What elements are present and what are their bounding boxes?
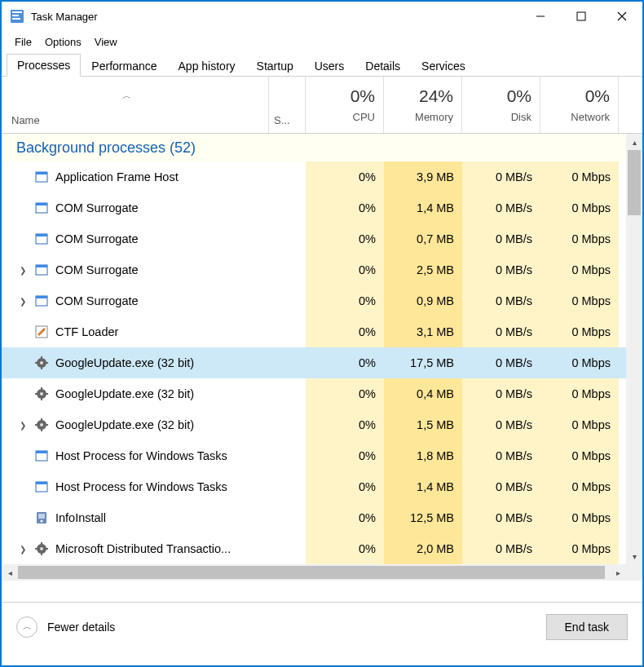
table-row[interactable]: Host Process for Windows Tasks0%1,4 MB0 …	[2, 471, 642, 502]
gear-icon	[34, 417, 49, 432]
pen-icon	[34, 325, 49, 339]
window-icon	[34, 479, 49, 494]
vertical-scrollbar[interactable]: ▴ ▾	[626, 134, 642, 564]
end-task-button[interactable]: End task	[546, 614, 628, 640]
table-row[interactable]: COM Surrogate0%0,7 MB0 MB/s0 Mbps	[2, 223, 642, 254]
cell-mem: 0,9 MB	[384, 285, 462, 316]
minimize-button[interactable]	[520, 2, 561, 31]
col-header-status[interactable]: S...	[269, 77, 306, 133]
cell-mem: 1,5 MB	[384, 409, 462, 440]
process-name-label: GoogleUpdate.exe (32 bit)	[55, 356, 194, 369]
scroll-left-arrow-icon[interactable]: ◂	[2, 564, 18, 581]
process-name-label: Application Frame Host	[55, 170, 179, 183]
cell-net: 0 Mbps	[540, 533, 619, 564]
expander-icon[interactable]: ❯	[18, 297, 28, 306]
close-button[interactable]	[602, 2, 642, 31]
table-row[interactable]: COM Surrogate0%1,4 MB0 MB/s0 Mbps	[2, 192, 642, 223]
menu-options[interactable]: Options	[38, 33, 88, 51]
table-row[interactable]: Application Frame Host0%3,9 MB0 MB/s0 Mb…	[2, 161, 642, 192]
window-title: Task Manager	[31, 11, 520, 23]
fewer-details-button[interactable]: ︿ Fewer details	[16, 616, 115, 638]
titlebar: Task Manager	[2, 2, 642, 31]
expander-icon[interactable]: ❯	[18, 266, 28, 275]
table-row[interactable]: ❯COM Surrogate0%0,9 MB0 MB/s0 Mbps	[2, 285, 642, 316]
table-row[interactable]: ❯Microsoft Distributed Transactio...0%2,…	[2, 533, 642, 564]
table-row[interactable]: CTF Loader0%3,1 MB0 MB/s0 Mbps	[2, 316, 642, 347]
cell-net: 0 Mbps	[540, 223, 619, 254]
group-header-label: Background processes (52)	[16, 139, 196, 157]
horizontal-scrollbar-track[interactable]	[18, 566, 610, 579]
horizontal-scrollbar-thumb[interactable]	[18, 566, 605, 579]
cell-mem: 2,0 MB	[384, 533, 462, 564]
expander-icon[interactable]: ❯	[18, 545, 28, 554]
tab-app-history[interactable]: App history	[168, 55, 246, 77]
memory-percent: 24%	[419, 86, 453, 106]
cell-mem: 2,5 MB	[384, 254, 462, 285]
gear-icon	[34, 356, 49, 370]
process-name-label: Host Process for Windows Tasks	[55, 449, 227, 462]
menubar: File Options View	[2, 31, 642, 52]
cell-cpu: 0%	[306, 347, 384, 378]
tab-services[interactable]: Services	[411, 55, 476, 77]
cell-mem: 0,4 MB	[384, 378, 462, 409]
process-name-label: GoogleUpdate.exe (32 bit)	[55, 387, 194, 400]
horizontal-scrollbar[interactable]: ◂ ▸	[2, 564, 642, 581]
cell-cpu: 0%	[306, 440, 384, 471]
process-name-cell: GoogleUpdate.exe (32 bit)	[2, 347, 306, 378]
table-row[interactable]: Host Process for Windows Tasks0%1,8 MB0 …	[2, 440, 642, 471]
table-row[interactable]: InfoInstall0%12,5 MB0 MB/s0 Mbps	[2, 502, 642, 533]
gear-icon	[34, 387, 49, 401]
cell-cpu: 0%	[306, 192, 384, 223]
cell-disk: 0 MB/s	[462, 161, 540, 192]
menu-file[interactable]: File	[8, 33, 38, 51]
tab-startup[interactable]: Startup	[246, 55, 304, 77]
cell-cpu: 0%	[306, 502, 384, 533]
cell-disk: 0 MB/s	[462, 254, 540, 285]
cell-mem: 17,5 MB	[384, 347, 462, 378]
cell-disk: 0 MB/s	[462, 502, 540, 533]
scroll-down-arrow-icon[interactable]: ▾	[626, 548, 642, 564]
group-header-background[interactable]: Background processes (52)	[2, 134, 642, 161]
table-row[interactable]: ❯GoogleUpdate.exe (32 bit)0%1,5 MB0 MB/s…	[2, 409, 642, 440]
tab-performance[interactable]: Performance	[81, 55, 167, 77]
scroll-right-arrow-icon[interactable]: ▸	[610, 564, 626, 581]
expander-icon[interactable]: ❯	[18, 421, 28, 430]
disk-label: Disk	[511, 111, 532, 123]
col-header-memory[interactable]: 24% Memory	[384, 77, 462, 133]
cell-net: 0 Mbps	[540, 161, 619, 192]
fewer-details-label: Fewer details	[47, 621, 115, 634]
process-name-cell: GoogleUpdate.exe (32 bit)	[2, 378, 306, 409]
cell-cpu: 0%	[306, 471, 384, 502]
cell-disk: 0 MB/s	[462, 285, 540, 316]
window-icon	[34, 232, 49, 246]
table-row[interactable]: GoogleUpdate.exe (32 bit)0%0,4 MB0 MB/s0…	[2, 378, 642, 409]
process-name-cell: ❯COM Surrogate	[2, 254, 306, 285]
menu-view[interactable]: View	[88, 33, 124, 51]
process-table: Background processes (52) Application Fr…	[2, 134, 642, 564]
network-percent: 0%	[585, 86, 610, 106]
col-header-disk[interactable]: 0% Disk	[462, 77, 540, 133]
tab-processes[interactable]: Processes	[7, 54, 81, 77]
table-row[interactable]: ❯COM Surrogate0%2,5 MB0 MB/s0 Mbps	[2, 254, 642, 285]
cell-cpu: 0%	[306, 161, 384, 192]
window-icon	[34, 294, 49, 308]
gear-icon	[34, 541, 49, 556]
col-header-name[interactable]: ︿ Name	[2, 77, 269, 133]
maximize-button[interactable]	[561, 2, 602, 31]
scroll-up-arrow-icon[interactable]: ▴	[626, 134, 642, 150]
cell-disk: 0 MB/s	[462, 409, 540, 440]
tab-users[interactable]: Users	[304, 55, 355, 77]
vertical-scrollbar-thumb[interactable]	[628, 150, 641, 215]
cell-net: 0 Mbps	[540, 285, 619, 316]
svg-rect-3	[12, 18, 20, 20]
cell-mem: 0,7 MB	[384, 223, 462, 254]
tab-details[interactable]: Details	[355, 55, 411, 77]
process-name-cell: ❯Microsoft Distributed Transactio...	[2, 533, 306, 564]
col-header-network[interactable]: 0% Network	[540, 77, 619, 133]
disk-percent: 0%	[507, 86, 532, 106]
cell-disk: 0 MB/s	[462, 192, 540, 223]
process-name-label: Host Process for Windows Tasks	[55, 480, 227, 493]
col-header-cpu[interactable]: 0% CPU	[306, 77, 384, 133]
table-row[interactable]: GoogleUpdate.exe (32 bit)0%17,5 MB0 MB/s…	[2, 347, 642, 378]
process-name-cell: ❯COM Surrogate	[2, 285, 306, 316]
